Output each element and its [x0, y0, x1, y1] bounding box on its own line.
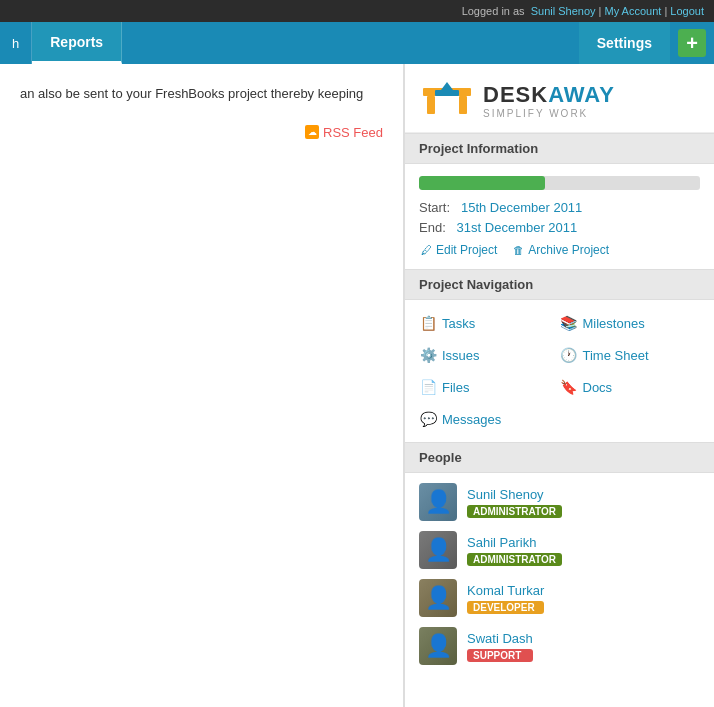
person-name-sahil[interactable]: Sahil Parikh [467, 535, 562, 550]
milestones-label: Milestones [583, 316, 645, 331]
nav-item-files[interactable]: 📄 Files [419, 374, 560, 400]
search-tab[interactable]: h [0, 22, 32, 64]
project-nav-section: 📋 Tasks 📚 Milestones ⚙️ Issues 🕐 Time Sh… [405, 300, 714, 442]
right-panel: DESKAWAY SIMPLIFY WORK Project Informati… [404, 64, 714, 707]
person-info-komal: Komal Turkar DEVELOPER [467, 583, 544, 614]
deskaway-logo-icon [421, 80, 473, 120]
person-row-komal: 👤 Komal Turkar DEVELOPER [419, 579, 700, 617]
tasks-label: Tasks [442, 316, 475, 331]
logo-desk: DESK [483, 82, 548, 107]
person-row-sunil: 👤 Sunil Shenoy ADMINISTRATOR [419, 483, 700, 521]
nav-bar: h Reports Settings + [0, 22, 714, 64]
person-name-komal[interactable]: Komal Turkar [467, 583, 544, 598]
person-info-sahil: Sahil Parikh ADMINISTRATOR [467, 535, 562, 566]
docs-icon: 🔖 [560, 378, 578, 396]
messages-label: Messages [442, 412, 501, 427]
person-info-sunil: Sunil Shenoy ADMINISTRATOR [467, 487, 562, 518]
logo-area: DESKAWAY SIMPLIFY WORK [405, 64, 714, 133]
nav-item-milestones[interactable]: 📚 Milestones [560, 310, 701, 336]
rss-icon: ☁ [305, 125, 319, 139]
person-name-sunil[interactable]: Sunil Shenoy [467, 487, 562, 502]
nav-item-docs[interactable]: 🔖 Docs [560, 374, 701, 400]
reports-tab[interactable]: Reports [32, 22, 122, 64]
settings-label: Settings [597, 35, 652, 51]
reports-label: Reports [50, 34, 103, 50]
project-end-date: End: 31st December 2011 [419, 220, 700, 235]
project-nav-header: Project Navigation [405, 269, 714, 300]
milestones-icon: 📚 [560, 314, 578, 332]
description-text: an also be sent to your FreshBooks proje… [20, 84, 383, 105]
end-label: End: [419, 220, 446, 235]
svg-rect-3 [435, 90, 459, 96]
person-row-swati: 👤 Swati Dash SUPPORT [419, 627, 700, 665]
avatar-swati: 👤 [419, 627, 457, 665]
project-info-section: Start: 15th December 2011 End: 31st Dece… [405, 164, 714, 269]
logo-name: DESKAWAY [483, 82, 615, 108]
progress-bar-container [419, 176, 700, 190]
archive-project-link[interactable]: 🗑 Archive Project [511, 243, 609, 257]
logo-tagline: SIMPLIFY WORK [483, 108, 615, 119]
plus-button[interactable]: + [678, 29, 706, 57]
svg-marker-4 [441, 82, 453, 90]
person-row-sahil: 👤 Sahil Parikh ADMINISTRATOR [419, 531, 700, 569]
people-header: People [405, 442, 714, 473]
svg-rect-2 [459, 96, 467, 114]
top-bar: Logged in as Sunil Shenoy | My Account |… [0, 0, 714, 22]
settings-tab[interactable]: Settings [579, 22, 670, 64]
project-start-date: Start: 15th December 2011 [419, 200, 700, 215]
timesheet-icon: 🕐 [560, 346, 578, 364]
rss-feed-label: RSS Feed [323, 125, 383, 140]
docs-label: Docs [583, 380, 613, 395]
nav-grid: 📋 Tasks 📚 Milestones ⚙️ Issues 🕐 Time Sh… [419, 310, 700, 432]
files-label: Files [442, 380, 469, 395]
issues-label: Issues [442, 348, 480, 363]
nav-item-messages[interactable]: 💬 Messages [419, 406, 700, 432]
nav-item-issues[interactable]: ⚙️ Issues [419, 342, 560, 368]
project-info-header: Project Information [405, 133, 714, 164]
person-role-swati: SUPPORT [467, 649, 533, 662]
person-role-sunil: ADMINISTRATOR [467, 505, 562, 518]
logged-in-label: Logged in as [462, 5, 525, 17]
nav-item-tasks[interactable]: 📋 Tasks [419, 310, 560, 336]
start-date-value: 15th December 2011 [461, 200, 582, 215]
files-icon: 📄 [419, 378, 437, 396]
people-section: 👤 Sunil Shenoy ADMINISTRATOR 👤 Sahil Par… [405, 473, 714, 685]
logo-away: AWAY [548, 82, 615, 107]
messages-icon: 💬 [419, 410, 437, 428]
tasks-icon: 📋 [419, 314, 437, 332]
person-role-komal: DEVELOPER [467, 601, 544, 614]
edit-project-link[interactable]: 🖊 Edit Project [419, 243, 497, 257]
avatar-komal: 👤 [419, 579, 457, 617]
left-panel: an also be sent to your FreshBooks proje… [0, 64, 404, 707]
rss-feed-link[interactable]: ☁ RSS Feed [20, 125, 383, 140]
svg-rect-1 [427, 96, 435, 114]
main-content: an also be sent to your FreshBooks proje… [0, 64, 714, 707]
avatar-sunil: 👤 [419, 483, 457, 521]
person-role-sahil: ADMINISTRATOR [467, 553, 562, 566]
progress-bar-fill [419, 176, 545, 190]
my-account-link[interactable]: My Account [605, 5, 662, 17]
timesheet-label: Time Sheet [583, 348, 649, 363]
nav-item-timesheet[interactable]: 🕐 Time Sheet [560, 342, 701, 368]
person-info-swati: Swati Dash SUPPORT [467, 631, 533, 662]
logo-text: DESKAWAY SIMPLIFY WORK [483, 82, 615, 119]
issues-icon: ⚙️ [419, 346, 437, 364]
username-link[interactable]: Sunil Shenoy [531, 5, 596, 17]
end-date-value: 31st December 2011 [457, 220, 578, 235]
search-label: h [12, 36, 19, 51]
logout-link[interactable]: Logout [670, 5, 704, 17]
archive-icon: 🗑 [511, 243, 525, 257]
start-label: Start: [419, 200, 450, 215]
edit-icon: 🖊 [419, 243, 433, 257]
person-name-swati[interactable]: Swati Dash [467, 631, 533, 646]
project-actions: 🖊 Edit Project 🗑 Archive Project [419, 243, 700, 257]
avatar-sahil: 👤 [419, 531, 457, 569]
